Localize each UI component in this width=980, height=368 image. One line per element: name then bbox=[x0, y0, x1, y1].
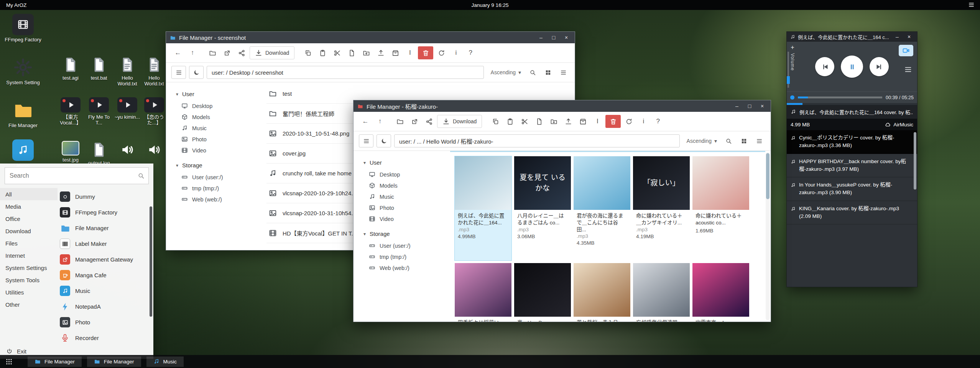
start-menu-scrollbar[interactable] bbox=[150, 206, 152, 317]
back-button[interactable]: ← bbox=[171, 46, 184, 59]
file-tile[interactable]: 「寂しい」 命に嫌われている＋＿カンザキイオリ... .mp3 4.19MB bbox=[633, 156, 690, 260]
app-item-dummy[interactable]: Dummy bbox=[60, 189, 149, 204]
file-tile[interactable]: 君が夜の海に還るまで＿こんにちは谷田... .mp3 4.35MB bbox=[574, 156, 630, 260]
minimize-button[interactable]: – bbox=[536, 34, 546, 41]
new-file-button[interactable] bbox=[533, 115, 546, 128]
sidebar-item-music[interactable]: Music bbox=[363, 191, 450, 202]
share-button[interactable] bbox=[423, 115, 436, 128]
desktop-file-helloworld-txt[interactable]: Hello World.txt bbox=[113, 56, 141, 87]
desktop-file-outputlog[interactable]: output.log bbox=[85, 141, 113, 166]
search-button[interactable] bbox=[526, 66, 539, 79]
paste-button[interactable] bbox=[503, 115, 516, 128]
titlebar[interactable]: File Manager - 柘榴-zakuro- – □ × bbox=[354, 100, 771, 112]
category-all[interactable]: All bbox=[0, 188, 58, 200]
volume-plus[interactable]: + bbox=[791, 44, 794, 51]
category-internet[interactable]: Internet bbox=[0, 249, 58, 262]
desktop-file-testbat[interactable]: test.bat bbox=[85, 56, 113, 81]
sidebar-item-tmp-drive[interactable]: tmp (tmp:/) bbox=[176, 183, 263, 194]
desktop-file-audio-1[interactable] bbox=[113, 141, 141, 159]
desktop-icon-file-manager[interactable]: File Manager bbox=[5, 100, 41, 129]
category-other[interactable]: Other bbox=[0, 298, 58, 311]
up-button[interactable]: ↑ bbox=[373, 115, 386, 128]
desktop-icon-ffmpeg-factory[interactable]: FFmpeg Factory bbox=[5, 14, 41, 43]
volume-slider[interactable]: + Volume bbox=[790, 44, 795, 71]
menu-icon[interactable] bbox=[968, 2, 975, 8]
file-tile[interactable]: 命に嫌われている＋acoustic co... 1.69MB bbox=[692, 156, 749, 260]
sidebar-toggle-button[interactable] bbox=[359, 134, 373, 147]
cut-button[interactable] bbox=[518, 115, 531, 128]
rename-button[interactable]: I bbox=[403, 46, 416, 59]
sidebar-section-storage[interactable]: ▾Storage bbox=[176, 162, 263, 168]
app-item-recorder[interactable]: Recorder bbox=[60, 330, 149, 343]
open-button[interactable] bbox=[206, 46, 219, 59]
desktop-file-video-3[interactable]: ~yu kimin... bbox=[113, 97, 141, 120]
close-button[interactable]: × bbox=[904, 34, 914, 40]
titlebar[interactable]: File Manager - screenshot – □ × bbox=[166, 32, 575, 43]
scrollbar-thumb[interactable] bbox=[766, 153, 770, 199]
help-button[interactable]: ? bbox=[651, 115, 664, 128]
sidebar-item-photo[interactable]: Photo bbox=[363, 202, 450, 213]
playlist-item-selected[interactable]: Cynic＿ポリスピカデリー cover. by 柘榴-zakuro-.mp3 … bbox=[787, 130, 917, 154]
category-system-settings[interactable]: System Settings bbox=[0, 262, 58, 274]
maximize-button[interactable]: □ bbox=[745, 103, 754, 109]
sidebar-item-user-drive[interactable]: User (user:/) bbox=[363, 240, 450, 251]
file-tile[interactable]: 四季折々に揺蕩い... bbox=[455, 263, 511, 322]
taskbar-item-file-manager-2[interactable]: File Manager bbox=[87, 357, 141, 367]
desktop-file-video-2[interactable]: Fly Me To T... bbox=[85, 97, 113, 126]
file-tile[interactable]: 裏＿HamP cover... bbox=[514, 263, 571, 322]
share-button[interactable] bbox=[235, 46, 248, 59]
trash-button[interactable] bbox=[605, 115, 621, 128]
close-button[interactable]: × bbox=[562, 34, 571, 41]
sidebar-item-tmp-drive[interactable]: tmp (tmp:/) bbox=[363, 251, 450, 262]
now-playing[interactable]: 例えば、今此処に置かれた花に＿164 cover. by 柘.. bbox=[787, 105, 917, 119]
download-button[interactable]: Download bbox=[250, 46, 294, 59]
list-view-button[interactable] bbox=[753, 134, 765, 147]
next-button[interactable] bbox=[870, 57, 889, 76]
volume-track[interactable] bbox=[788, 52, 789, 88]
open-button[interactable] bbox=[393, 115, 406, 128]
upload-button[interactable] bbox=[562, 115, 575, 128]
sidebar-section-storage[interactable]: ▾Storage bbox=[363, 231, 450, 237]
refresh-button[interactable] bbox=[435, 46, 448, 59]
sidebar-item-desktop[interactable]: Desktop bbox=[176, 100, 263, 111]
search-icon[interactable] bbox=[138, 172, 145, 179]
trash-button[interactable] bbox=[418, 46, 433, 59]
desktop-file-video-1[interactable]: 【東方Vocal...】 bbox=[57, 97, 84, 126]
sidebar-item-web-drive[interactable]: Web (web:/) bbox=[176, 194, 263, 205]
desktop-file-testjpg[interactable]: test.jpg bbox=[57, 141, 84, 163]
new-folder-button[interactable] bbox=[360, 46, 373, 59]
back-button[interactable]: ← bbox=[359, 115, 372, 128]
app-item-label-maker[interactable]: Label Maker bbox=[60, 236, 149, 252]
sidebar-section-user[interactable]: ▾User bbox=[176, 91, 263, 97]
scrollbar[interactable] bbox=[766, 152, 770, 320]
file-tile[interactable]: 幽雫東京＿Avasa... bbox=[692, 263, 749, 322]
dark-mode-button[interactable] bbox=[189, 66, 204, 79]
sidebar-item-models[interactable]: Models bbox=[363, 180, 450, 191]
app-item-photo[interactable]: Photo bbox=[60, 314, 149, 330]
app-item-notepada[interactable]: NotepadA bbox=[60, 299, 149, 314]
sidebar-item-models[interactable]: Models bbox=[176, 111, 263, 123]
desktop-file-helloworld2-txt[interactable]: Hello World.txt bbox=[140, 56, 168, 87]
search-button[interactable] bbox=[722, 134, 735, 147]
dark-mode-button[interactable] bbox=[377, 134, 391, 147]
help-button[interactable]: ? bbox=[464, 46, 477, 59]
category-system-tools[interactable]: System Tools bbox=[0, 274, 58, 286]
sidebar-item-desktop[interactable]: Desktop bbox=[363, 169, 450, 180]
player-titlebar[interactable]: 例えば、今此処に置かれた花に＿164 c... – × bbox=[787, 32, 917, 42]
sidebar-section-user[interactable]: ▾User bbox=[363, 159, 450, 166]
search-input[interactable] bbox=[5, 172, 138, 179]
aroz-menu-button[interactable]: My ArOZ bbox=[0, 2, 26, 8]
desktop-file-audio-2[interactable] bbox=[140, 141, 168, 159]
address-bar[interactable]: user: / ... / Hello World / 柘榴-zakuro- bbox=[394, 134, 680, 147]
copy-button[interactable] bbox=[489, 115, 502, 128]
desktop-file-testagi[interactable]: test.agi bbox=[57, 56, 84, 81]
open-in-new-button[interactable] bbox=[220, 46, 233, 59]
file-tile[interactable]: 夏を見て いるかな 八月のレイニー＿はるまきごはん co... .mp3 3.0… bbox=[514, 156, 571, 260]
archive-button[interactable] bbox=[576, 115, 589, 128]
taskbar-item-file-manager-1[interactable]: File Manager bbox=[28, 357, 82, 367]
previous-button[interactable] bbox=[815, 57, 834, 76]
airmusic-button[interactable]: AirMusic bbox=[885, 121, 913, 128]
new-folder-button[interactable] bbox=[547, 115, 560, 128]
playlist-toggle-button[interactable] bbox=[904, 65, 912, 74]
cast-button[interactable] bbox=[899, 45, 913, 56]
